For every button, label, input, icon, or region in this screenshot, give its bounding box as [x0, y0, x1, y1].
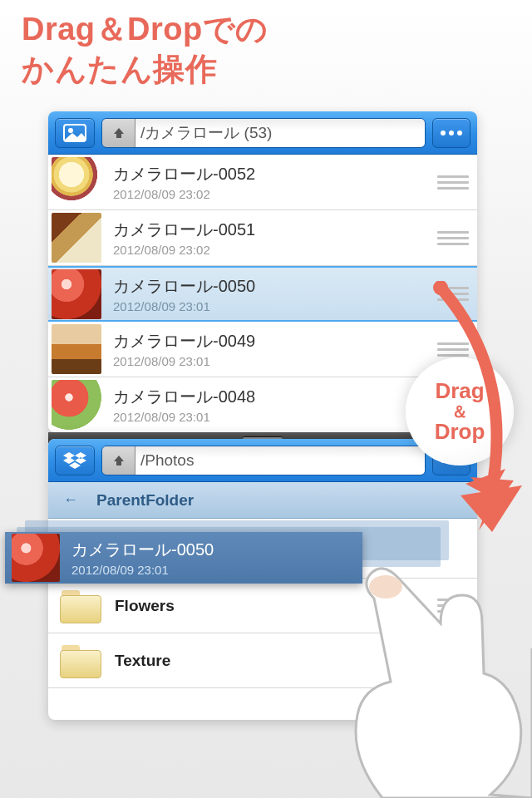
photo-row[interactable]: カメラロール-00522012/08/09 23:02: [48, 155, 477, 210]
destination-path-text[interactable]: /Photos: [135, 446, 425, 475]
up-folder-button[interactable]: [102, 446, 135, 475]
svg-point-1: [68, 128, 73, 133]
photo-timestamp: 2012/08/09 23:02: [113, 187, 437, 201]
photo-title: カメラロール-0051: [113, 219, 437, 241]
photo-thumbnail: [52, 213, 101, 263]
photo-title: カメラロール-0049: [113, 330, 437, 352]
up-arrow-icon: [111, 126, 126, 140]
source-toolbar: /カメラロール (53): [48, 111, 477, 155]
photo-title: カメラロール-0050: [113, 275, 437, 298]
drag-handle-icon[interactable]: [437, 172, 469, 192]
photo-thumbnail: [52, 324, 101, 374]
back-arrow-icon: ←: [63, 491, 78, 509]
up-folder-button[interactable]: [102, 119, 135, 147]
more-menu-button[interactable]: [432, 118, 470, 148]
badge-line1: Drag: [435, 380, 484, 402]
photo-title: カメラロール-0048: [113, 386, 437, 408]
photo-thumbnail: [52, 157, 101, 207]
destination-path-bar: /Photos: [101, 446, 426, 475]
photo-row[interactable]: カメラロール-00502012/08/09 23:01: [48, 266, 477, 322]
photo-timestamp: 2012/08/09 23:01: [113, 354, 437, 368]
photo-row[interactable]: カメラロール-00512012/08/09 23:02: [48, 210, 477, 266]
photo-thumbnail: [52, 269, 101, 319]
headline-line2: かんたん操作: [22, 50, 268, 90]
promo-headline: Drag＆Dropでの かんたん操作: [22, 10, 268, 89]
source-path-text[interactable]: /カメラロール (53): [135, 119, 425, 147]
photo-timestamp: 2012/08/09 23:01: [113, 410, 437, 424]
folder-icon: [60, 645, 100, 677]
badge-amp: ＆: [451, 403, 468, 421]
drag-drop-badge: Drag ＆ Drop: [406, 357, 514, 466]
folder-label: Texture: [115, 652, 170, 670]
dragged-item-card[interactable]: カメラロール-0050 2012/08/09 23:01: [5, 532, 362, 584]
photos-source-button[interactable]: [55, 118, 95, 148]
source-path-bar: /カメラロール (53): [101, 118, 426, 148]
photo-icon: [63, 124, 86, 142]
photo-title: カメラロール-0052: [113, 163, 437, 185]
drag-handle-icon[interactable]: [437, 284, 469, 304]
badge-line2: Drop: [435, 421, 485, 443]
drag-handle-icon[interactable]: [437, 339, 469, 359]
headline-line1: Drag＆Dropでの: [22, 10, 268, 50]
dropbox-icon: [63, 451, 86, 470]
photo-thumbnail: [52, 380, 101, 430]
hand-illustration: [316, 549, 532, 798]
folder-icon: [60, 590, 100, 622]
drag-handle-icon[interactable]: [437, 228, 469, 248]
parent-folder-label: ParentFolder: [96, 491, 194, 510]
folder-label: Flowers: [115, 597, 175, 615]
photo-timestamp: 2012/08/09 23:02: [113, 243, 437, 257]
photo-row[interactable]: カメラロール-00492012/08/09 23:01: [48, 322, 477, 377]
ellipsis-icon: [441, 131, 462, 135]
svg-point-4: [369, 575, 402, 598]
dragged-item-thumbnail: [12, 534, 60, 582]
up-arrow-icon: [111, 454, 126, 467]
destination-toolbar: /Photos: [48, 439, 477, 482]
photo-timestamp: 2012/08/09 23:01: [113, 299, 437, 313]
dropbox-source-button[interactable]: [55, 446, 95, 475]
parent-folder-row[interactable]: ← ParentFolder: [48, 482, 477, 519]
